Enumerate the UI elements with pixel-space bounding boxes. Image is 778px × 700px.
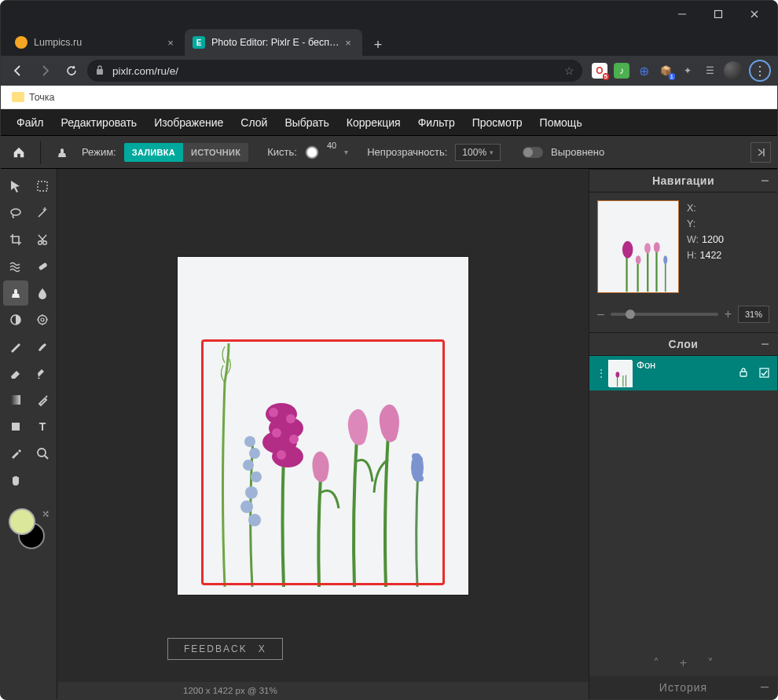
extension-icon[interactable]: O5 [592, 63, 607, 79]
zoom-tool[interactable] [30, 441, 55, 466]
layer-down-button[interactable]: ˅ [707, 656, 714, 671]
zoom-percent-box[interactable]: 31% [738, 306, 769, 323]
profile-avatar[interactable] [724, 61, 743, 80]
wand-tool[interactable] [30, 200, 55, 225]
reload-button[interactable] [61, 60, 83, 82]
window-minimize-button[interactable] [664, 2, 700, 26]
svg-rect-47 [609, 361, 633, 387]
extension-icon[interactable]: ⊕ [636, 63, 651, 79]
opacity-dropdown[interactable]: 100% ▾ [455, 144, 501, 161]
navigator-thumbnail[interactable] [597, 200, 679, 293]
panel-minimize-icon[interactable]: – [761, 338, 769, 349]
picker-tool[interactable] [3, 441, 28, 466]
address-bar[interactable]: pixlr.com/ru/e/ ☆ [87, 60, 582, 82]
svg-rect-10 [38, 262, 47, 270]
visibility-icon[interactable] [758, 367, 771, 379]
brush-label: Кисть: [267, 146, 297, 158]
home-button[interactable] [7, 141, 31, 164]
layers-title: Слои [669, 338, 699, 350]
extension-icon[interactable]: 📦1 [658, 63, 673, 79]
browser-tab[interactable]: Lumpics.ru × [7, 29, 185, 56]
crop-tool[interactable] [3, 227, 28, 252]
svg-point-48 [615, 372, 619, 377]
zoom-in-button[interactable]: + [725, 307, 732, 321]
window-maximize-button[interactable] [700, 2, 736, 26]
arrow-tool[interactable] [3, 174, 28, 199]
heal-tool[interactable] [30, 254, 55, 279]
expand-panel-button[interactable] [750, 142, 771, 163]
lasso-tool[interactable] [3, 200, 28, 225]
window-titlebar [1, 1, 777, 27]
lock-icon[interactable] [738, 367, 750, 379]
hand-tool[interactable] [3, 467, 28, 493]
back-button[interactable] [7, 60, 29, 82]
bookmark-star-icon[interactable]: ☆ [564, 64, 574, 77]
menu-filter[interactable]: Фильтр [418, 116, 455, 129]
liquify-tool[interactable] [3, 254, 28, 279]
app-menubar: Файл Редактировать Изображение Слой Выбр… [1, 109, 777, 136]
canvas-surface[interactable]: FEEDBACK X [57, 169, 589, 682]
layer-up-button[interactable]: ˄ [653, 656, 659, 671]
color-swatches[interactable]: ⤭ [9, 508, 50, 549]
menu-select[interactable]: Выбрать [284, 116, 328, 129]
history-panel-header[interactable]: История – [589, 676, 777, 699]
add-layer-button[interactable]: + [680, 656, 687, 670]
marquee-tool[interactable] [30, 174, 55, 199]
menu-image[interactable]: Изображение [154, 116, 223, 129]
dodge-tool[interactable] [3, 307, 28, 332]
cutout-tool[interactable] [30, 227, 55, 252]
brush-preview-icon[interactable] [305, 145, 319, 159]
menu-help[interactable]: Помощь [540, 116, 582, 129]
clone-tool[interactable] [3, 280, 28, 306]
extension-icon[interactable]: ♪ [614, 63, 629, 79]
layer-row[interactable]: ⋮ Фон [589, 356, 777, 390]
reading-list-icon[interactable]: ☰ [702, 63, 717, 79]
svg-point-8 [38, 241, 42, 245]
menu-edit[interactable]: Редактировать [61, 116, 137, 129]
blur-tool[interactable] [30, 280, 55, 306]
replace-color-tool[interactable] [30, 387, 55, 412]
shape-tool[interactable] [3, 414, 28, 439]
zoom-slider[interactable] [611, 313, 718, 316]
browser-menu-button[interactable]: ⋮ [749, 60, 771, 82]
layers-panel-header[interactable]: Слои – [589, 332, 777, 356]
selection-highlight [201, 339, 445, 585]
menu-view[interactable]: Просмотр [472, 116, 523, 129]
fill-tool[interactable] [30, 361, 55, 386]
mode-toggle[interactable]: ЗАЛИВКА ИСТОЧНИК [124, 143, 249, 162]
eraser-tool[interactable] [3, 361, 28, 386]
gradient-tool[interactable] [3, 387, 28, 412]
text-tool[interactable]: T [30, 414, 55, 439]
bookmark-item[interactable]: Точка [29, 92, 55, 103]
fg-color-swatch[interactable] [9, 508, 35, 535]
feedback-close[interactable]: X [259, 643, 266, 654]
panel-minimize-icon[interactable]: – [761, 174, 769, 185]
aligned-toggle[interactable] [523, 147, 543, 158]
status-info: 1200 x 1422 px @ 31% [183, 686, 277, 695]
mode-source[interactable]: ИСТОЧНИК [183, 143, 248, 162]
forward-button[interactable] [34, 60, 56, 82]
brush-tool[interactable] [30, 334, 55, 359]
new-tab-button[interactable]: + [367, 34, 389, 56]
window-close-button[interactable] [736, 2, 772, 26]
pen-tool[interactable] [3, 334, 28, 359]
mode-fill[interactable]: ЗАЛИВКА [124, 143, 183, 162]
folder-icon [12, 92, 24, 102]
zoom-out-button[interactable]: – [597, 307, 604, 321]
browser-tab-active[interactable]: E Photo Editor: Pixlr E - бесплатны × [185, 29, 362, 56]
tab-close-button[interactable]: × [342, 36, 354, 49]
menu-layer[interactable]: Слой [240, 116, 267, 129]
menu-adjust[interactable]: Коррекция [347, 116, 401, 129]
navigation-panel-header[interactable]: Навигации – [589, 169, 777, 192]
tab-close-button[interactable]: × [164, 36, 177, 49]
menu-file[interactable]: Файл [17, 116, 43, 129]
panel-minimize-icon[interactable]: – [761, 680, 769, 691]
canvas-image[interactable] [178, 257, 468, 595]
svg-rect-6 [38, 181, 47, 191]
extensions-menu-icon[interactable]: ✦ [680, 63, 695, 79]
swap-colors-icon[interactable]: ⤭ [42, 508, 50, 519]
svg-point-12 [38, 316, 46, 324]
feedback-tab[interactable]: FEEDBACK X [167, 638, 283, 660]
sponge-tool[interactable] [30, 307, 55, 332]
layer-drag-handle-icon[interactable]: ⋮ [596, 367, 604, 379]
